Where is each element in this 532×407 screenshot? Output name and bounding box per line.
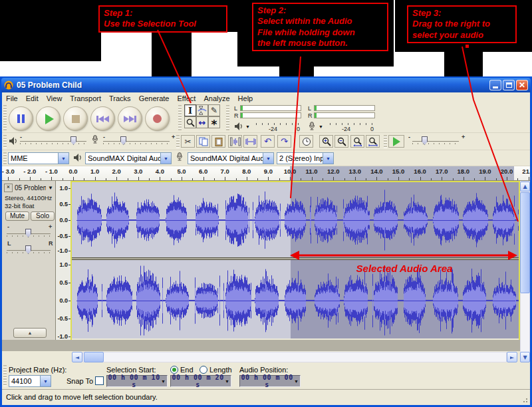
menu-item-effect[interactable]: Effect [174,94,200,103]
menu-item-edit[interactable]: Edit [22,94,43,103]
record-meter-left-bar[interactable] [314,105,375,111]
copy-button[interactable] [196,135,210,148]
transcription-grabber[interactable] [384,135,387,148]
draw-tool-button[interactable]: ✎ [208,104,220,116]
track-gain-slider[interactable] [7,229,51,238]
cut-button[interactable]: ✂ [181,135,195,148]
title-bar[interactable]: 05 Problem Child ✕ [1,78,531,92]
resize-grip-icon[interactable] [523,401,525,402]
track-close-icon[interactable]: × [4,184,13,192]
pause-icon [17,114,25,123]
recording-device-select[interactable]: SoundMAX Digital Audio▼ [188,152,274,164]
length-radio[interactable] [200,366,207,374]
close-button[interactable]: ✕ [516,80,528,90]
input-volume-slider[interactable] [103,136,170,146]
playback-meter-left-bar[interactable] [240,105,301,111]
envelope-tool-button[interactable] [196,104,208,116]
resize-grip-icon[interactable] [526,398,527,400]
record-button[interactable] [145,106,170,131]
menu-item-analyze[interactable]: Analyze [200,94,233,103]
menu-item-help[interactable]: Help [234,94,257,103]
playback-speed-slider[interactable] [412,136,459,146]
resize-grip-icon[interactable] [526,401,527,402]
callout-step3-body: Drag to the right to select your audio [412,19,511,41]
selection-end-field[interactable]: 00 h 00 m 20 s ▼ [170,375,231,387]
undo-button[interactable]: ↶ [261,135,275,148]
output-volume-slider[interactable] [20,136,86,146]
meter-dropdown-icon[interactable]: ▼ [245,124,250,129]
dropdown-arrow-icon[interactable]: ▼ [58,153,68,164]
playback-device-select[interactable]: SoundMAX Digital Audio▼ [85,152,172,164]
timeline-ruler[interactable]: - 3.0- 2.0- 1.00.01.02.03.04.05.06.07.08… [2,166,530,181]
menu-item-tracks[interactable]: Tracks [105,94,135,103]
stop-button[interactable] [63,106,88,131]
dropdown-arrow-icon[interactable]: ▼ [40,376,51,386]
meter-grabber[interactable] [226,105,229,130]
project-rate-value: 44100 [9,377,40,385]
mute-button[interactable]: Mute [5,211,29,221]
menu-item-file[interactable]: File [2,94,22,103]
track-collapse-button[interactable]: ▲ [13,328,47,338]
dropdown-arrow-icon[interactable]: ▼ [160,153,171,164]
skip-to-start-button[interactable] [90,106,115,131]
meter-dropdown-icon[interactable]: ▼ [319,124,323,129]
horizontal-scrollbar[interactable] [82,352,507,362]
edit-grabber[interactable] [176,135,180,148]
fit-selection-button[interactable] [350,135,364,148]
play-at-speed-button[interactable] [388,135,404,148]
minimize-button[interactable] [489,80,501,90]
tools-grabber[interactable] [178,105,182,130]
silence-audio-button[interactable] [243,135,257,148]
play-button[interactable] [36,106,61,131]
track-menu-arrow-icon[interactable]: ▼ [48,185,53,191]
dropdown-arrow-icon[interactable]: ▼ [263,153,273,164]
vertical-scroll-thumb[interactable] [520,192,530,293]
menu-item-view[interactable]: View [43,94,66,103]
snap-to-checkbox[interactable] [95,376,104,385]
track-title[interactable]: 05 Problem [15,184,46,192]
device-grabber[interactable] [3,152,7,164]
audio-host-select[interactable]: MME▼ [8,152,69,164]
time-stepper-icon[interactable]: ▼ [294,379,300,384]
horizontal-scroll-thumb[interactable] [84,352,104,362]
toolbar-divider [2,150,530,150]
menu-item-transport[interactable]: Transport [66,94,105,103]
track-pan-slider[interactable] [7,245,51,255]
record-meter-right-bar[interactable] [314,112,375,118]
recording-channels-select[interactable]: 2 (Stereo) Inp▼ [277,152,334,164]
selection-tool-button[interactable]: I [184,104,196,116]
time-stepper-icon[interactable]: ▼ [225,379,231,384]
scroll-down-icon[interactable]: ▼ [520,352,530,362]
dropdown-arrow-icon[interactable]: ▼ [323,153,333,164]
trim-audio-button[interactable] [228,135,242,148]
zoom-out-button[interactable] [334,135,348,148]
vertical-ruler: 1.00.50.0-0.5-1.01.00.50.0-0.5-1.0 [56,181,70,340]
fit-project-button[interactable] [366,135,380,148]
pause-button[interactable] [9,106,33,131]
time-shift-tool-button[interactable]: ↔ [196,116,208,128]
multi-tool-button[interactable]: * [208,116,220,128]
skip-to-end-button[interactable] [118,106,142,131]
audio-position-field[interactable]: 00 h 00 m 00 s ▼ [239,375,301,387]
toolbar-grabber[interactable] [3,105,7,130]
selection-bar-grabber[interactable] [3,365,7,386]
zoom-in-button[interactable] [319,135,333,148]
redo-button[interactable]: ↷ [277,135,291,148]
maximize-button[interactable] [503,80,515,90]
end-radio[interactable] [170,366,178,374]
zoom-tool-button[interactable] [184,116,196,128]
project-rate-select[interactable]: 44100▼ [9,375,51,387]
mixer-grabber[interactable] [3,135,7,148]
paste-button[interactable] [211,135,225,148]
selection-start-field[interactable]: 00 h 00 m 10 s ▼ [106,375,168,387]
time-stepper-icon[interactable]: ▼ [161,379,167,384]
timeline-label: 16.0 [414,168,426,175]
sync-lock-button[interactable] [299,135,313,148]
scroll-right-icon[interactable]: ► [507,352,517,362]
scroll-left-icon[interactable]: ◄ [72,352,82,362]
menu-item-generate[interactable]: Generate [135,94,174,103]
playback-meter-right-bar[interactable] [240,112,301,118]
amplitude-label: 0.5 [59,201,68,207]
scroll-up-icon[interactable]: ▲ [520,182,530,192]
solo-button[interactable]: Solo [31,211,55,221]
